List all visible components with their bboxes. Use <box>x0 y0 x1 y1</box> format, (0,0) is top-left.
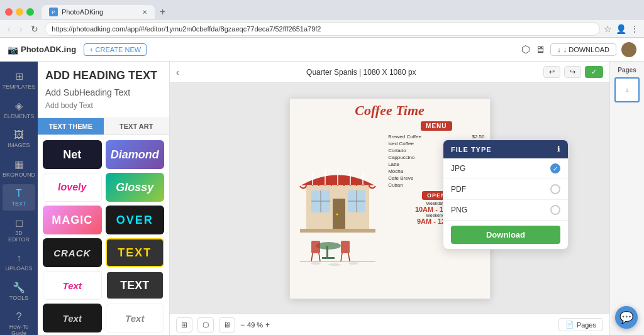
theme-magic[interactable]: MAGIC <box>43 206 102 234</box>
sidebar-item-text[interactable]: T TEXT <box>3 184 35 211</box>
theme-text-yellow[interactable]: TEXT <box>106 238 165 267</box>
zoom-out-btn[interactable]: − <box>240 321 245 329</box>
tools-icon: 🔧 <box>13 282 25 294</box>
sidebar-item-elements[interactable]: ◈ ELEMENTS <box>3 96 35 123</box>
file-type-option-jpg[interactable]: JPG ✓ <box>443 158 568 179</box>
add-body-text[interactable]: Add body Text <box>45 101 162 110</box>
address-input[interactable] <box>45 22 600 36</box>
sidebar-item-tools[interactable]: 🔧 TOOLS <box>3 278 35 305</box>
sidebar-item-label: BKGROUND <box>3 172 35 178</box>
sidebar-item-label: TOOLS <box>9 295 28 301</box>
bookmark-icon[interactable]: ☆ <box>604 24 612 34</box>
file-type-option-png[interactable]: PNG <box>443 200 568 221</box>
undo-btn[interactable]: ↩ <box>543 66 560 78</box>
theme-text-pink[interactable]: Text <box>43 271 102 300</box>
theme-net[interactable]: Net <box>43 140 102 169</box>
avatar[interactable] <box>621 42 636 57</box>
page-thumbnail-1[interactable]: 1 <box>614 77 640 102</box>
sidebar-item-uploads[interactable]: ↑ UPLOADS <box>3 249 35 275</box>
back-btn[interactable]: ‹ <box>5 23 13 35</box>
minimize-window-btn[interactable] <box>16 8 23 16</box>
menu-icon[interactable]: ⋮ <box>630 24 639 34</box>
canvas-apply-btn[interactable]: ✓ <box>585 66 603 78</box>
sidebar-item-background[interactable]: ▦ BKGROUND <box>3 155 35 182</box>
file-type-option-pdf[interactable]: PDF <box>443 179 568 200</box>
svg-point-27 <box>311 262 321 265</box>
account-icon[interactable]: 👤 <box>616 24 626 34</box>
sidebar-item-label: How-To Guide <box>5 324 33 335</box>
theme-text-white[interactable]: TEXT <box>106 271 165 300</box>
chat-bubble[interactable]: 💬 <box>615 306 638 329</box>
file-type-title: FILE TYPE <box>451 146 492 153</box>
download-green-button[interactable]: Download <box>451 226 560 244</box>
3d-editor-icon: ◻ <box>15 217 23 229</box>
tab-close-btn[interactable]: ✕ <box>142 9 147 16</box>
svg-rect-18 <box>326 246 328 258</box>
download-label: ↓ DOWNLOAD <box>564 46 609 53</box>
canvas-main[interactable]: Coffee Time <box>170 83 609 314</box>
pdf-radio[interactable] <box>550 184 560 194</box>
page-icon: 📄 <box>565 321 574 329</box>
pdf-label: PDF <box>451 185 466 194</box>
png-radio[interactable] <box>550 205 560 215</box>
theme-over[interactable]: OVER <box>106 206 165 234</box>
file-type-header: FILE TYPE ℹ <box>443 140 568 158</box>
add-heading-text[interactable]: ADD HEADING TEXT <box>45 69 162 82</box>
text-panel: ADD HEADING TEXT Add SubHeading Text Add… <box>38 62 170 335</box>
canvas-bottom: ⊞ ⬡ 🖥 − 49 % + 📄 Pages <box>170 314 609 335</box>
theme-text-crack[interactable]: Text <box>43 304 102 332</box>
sidebar-item-images[interactable]: 🖼 IMAGES <box>3 126 35 152</box>
new-tab-btn[interactable]: + <box>157 6 168 18</box>
sidebar-item-label: TEMPLATES <box>3 84 36 90</box>
maximize-window-btn[interactable] <box>26 8 34 16</box>
pages-button[interactable]: 📄 Pages <box>558 318 603 331</box>
tab-text-theme[interactable]: TEXT THEME <box>38 118 104 135</box>
theme-text-grey[interactable]: Text <box>106 304 165 332</box>
logo: 📷 PhotoADK.ing <box>8 45 76 55</box>
canvas-area: ‹ Quarter Spanis | 1080 X 1080 px ↩ ↪ ✓ … <box>170 62 609 335</box>
svg-rect-11 <box>333 199 345 230</box>
uploads-icon: ↑ <box>16 253 21 264</box>
file-type-panel: FILE TYPE ℹ JPG ✓ PDF PNG <box>443 140 569 250</box>
theme-lovely[interactable]: lovely <box>43 173 102 202</box>
grid-view-btn[interactable]: ⊞ <box>176 317 192 332</box>
create-new-button[interactable]: + CREATE NEW <box>84 43 147 56</box>
info-icon[interactable]: ℹ <box>557 145 560 153</box>
monitor-icon-btn[interactable]: 🖥 <box>535 44 545 55</box>
sidebar-item-label: ELEMENTS <box>4 113 35 119</box>
forward-btn[interactable]: › <box>17 23 25 35</box>
tab-title: PhotoADKing <box>62 8 103 16</box>
add-subheading-text[interactable]: Add SubHeading Text <box>45 87 162 97</box>
monitor-tool-btn[interactable]: 🖥 <box>219 317 235 332</box>
redo-btn[interactable]: ↪ <box>564 66 581 78</box>
pages-label: Pages <box>577 321 596 329</box>
text-tabs: TEXT THEME TEXT ART <box>38 118 169 135</box>
active-tab[interactable]: P PhotoADKing ✕ <box>42 5 155 19</box>
download-button[interactable]: ↓ ↓ DOWNLOAD <box>550 43 616 56</box>
share-icon-btn[interactable]: ⬡ <box>521 43 530 55</box>
sidebar-item-label: TEXT <box>11 200 26 207</box>
zoom-in-btn[interactable]: + <box>265 321 270 329</box>
browser-icons: ☆ 👤 ⋮ <box>604 24 639 34</box>
theme-diamond[interactable]: Diamond <box>106 140 165 169</box>
crop-tool-btn[interactable]: ⬡ <box>197 317 214 332</box>
right-sidebar: Pages 1 <box>609 62 644 335</box>
templates-icon: ⊞ <box>15 70 23 82</box>
sidebar-item-templates[interactable]: ⊞ TEMPLATES <box>3 67 35 94</box>
sidebar-item-3d-editor[interactable]: ◻ 3D EDITOR <box>3 213 35 246</box>
theme-crack[interactable]: CRACK <box>43 238 102 267</box>
address-bar-row: ‹ › ↻ ☆ 👤 ⋮ <box>0 20 644 38</box>
jpg-radio[interactable]: ✓ <box>550 163 560 173</box>
app: 📷 PhotoADK.ing + CREATE NEW ⬡ 🖥 ↓ ↓ DOWN… <box>0 38 644 335</box>
sidebar-item-howto[interactable]: ? How-To Guide <box>3 307 35 335</box>
canvas-prev-btn[interactable]: ‹ <box>176 67 179 77</box>
jpg-label: JPG <box>451 164 465 173</box>
tab-text-art[interactable]: TEXT ART <box>104 118 170 135</box>
svg-point-29 <box>348 262 358 265</box>
svg-rect-16 <box>300 229 375 233</box>
png-label: PNG <box>451 206 467 214</box>
refresh-btn[interactable]: ↻ <box>28 23 41 35</box>
browser-chrome: P PhotoADKing ✕ + ‹ › ↻ ☆ 👤 ⋮ <box>0 0 644 38</box>
close-window-btn[interactable] <box>5 8 13 16</box>
theme-glossy[interactable]: Glossy <box>106 173 165 202</box>
